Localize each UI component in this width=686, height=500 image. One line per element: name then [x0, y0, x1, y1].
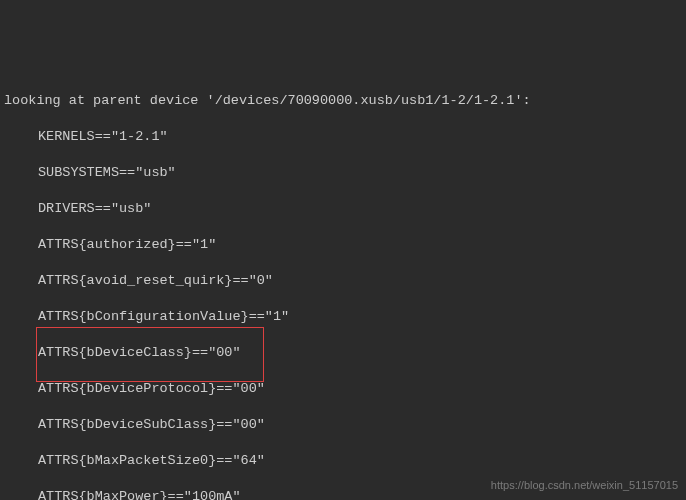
watermark-text: https://blog.csdn.net/weixin_51157015 [491, 476, 678, 494]
attr-line: SUBSYSTEMS=="usb" [0, 164, 686, 182]
attr-line: ATTRS{bDeviceSubClass}=="00" [0, 416, 686, 434]
attr-line: DRIVERS=="usb" [0, 200, 686, 218]
attr-line: ATTRS{authorized}=="1" [0, 236, 686, 254]
attr-line: ATTRS{bConfigurationValue}=="1" [0, 308, 686, 326]
terminal-output: looking at parent device '/devices/70090… [0, 72, 686, 500]
attr-line: ATTRS{avoid_reset_quirk}=="0" [0, 272, 686, 290]
attr-line: ATTRS{bMaxPacketSize0}=="64" [0, 452, 686, 470]
attr-line: KERNELS=="1-2.1" [0, 128, 686, 146]
attr-line: ATTRS{bDeviceProtocol}=="00" [0, 380, 686, 398]
attr-line: ATTRS{bDeviceClass}=="00" [0, 344, 686, 362]
udev-header: looking at parent device '/devices/70090… [0, 92, 686, 110]
